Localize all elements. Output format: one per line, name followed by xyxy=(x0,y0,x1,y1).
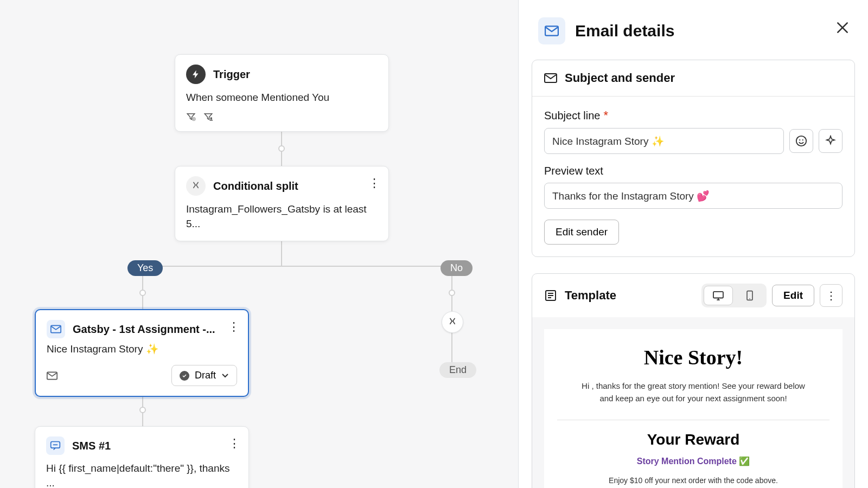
svg-point-1 xyxy=(210,117,212,119)
subject-sender-section: Subject and sender Subject line* Preview… xyxy=(532,60,855,257)
chevron-down-icon xyxy=(221,373,229,378)
sms-body: Hi {{ first_name|default:"there" }}, tha… xyxy=(46,461,238,488)
lightning-icon xyxy=(186,65,206,84)
mobile-view-button[interactable] xyxy=(735,286,764,305)
connector-dot xyxy=(278,145,285,152)
template-more-button[interactable]: ⋮ xyxy=(820,284,843,307)
conditional-split-node[interactable]: ⋮ Conditional split Instagram_Followers_… xyxy=(175,166,389,241)
svg-point-7 xyxy=(796,136,806,146)
template-icon xyxy=(544,289,557,302)
status-label: Draft xyxy=(195,370,216,381)
trigger-title: Trigger xyxy=(213,68,250,81)
email-details-panel: Email details Subject and sender Subject… xyxy=(518,0,868,488)
template-preview: Nice Story! Hi , thanks for the great st… xyxy=(532,317,854,488)
split-icon xyxy=(186,176,206,196)
preview-offer-text: Enjoy $10 off your next order with the c… xyxy=(557,476,829,485)
preview-text-label: Preview text xyxy=(544,165,843,177)
svg-point-9 xyxy=(802,139,803,140)
panel-title: Email details xyxy=(575,22,674,40)
more-icon[interactable]: ⋮ xyxy=(368,176,380,190)
sms-icon xyxy=(46,436,65,455)
mail-icon xyxy=(538,17,565,44)
sms-action-card[interactable]: ⋮ SMS #1 Hi {{ first_name|default:"there… xyxy=(35,426,249,488)
section-title: Subject and sender xyxy=(565,71,675,85)
split-title: Conditional split xyxy=(213,180,298,192)
smile-icon xyxy=(795,135,807,147)
edit-sender-button[interactable]: Edit sender xyxy=(544,220,619,245)
status-dropdown[interactable]: Draft xyxy=(171,365,237,386)
mail-small-icon xyxy=(47,371,58,380)
branch-end-pill: End xyxy=(439,362,476,378)
preview-heading: Nice Story! xyxy=(557,345,829,369)
mobile-icon xyxy=(746,290,754,301)
close-button[interactable] xyxy=(835,21,850,35)
desktop-icon xyxy=(712,291,724,300)
view-toggle xyxy=(701,284,767,307)
flow-canvas[interactable]: Trigger When someone Mentioned You ⋮ Con… xyxy=(0,0,518,488)
trigger-description: When someone Mentioned You xyxy=(186,91,378,105)
template-title: Template xyxy=(565,288,616,303)
preview-subheading: Your Reward xyxy=(557,431,829,448)
email-card-subject: Nice Instagram Story ✨ xyxy=(47,343,237,355)
add-action-button[interactable] xyxy=(442,311,463,333)
ai-generate-button[interactable] xyxy=(819,129,843,153)
edit-template-button[interactable]: Edit xyxy=(772,285,814,306)
subject-line-label: Subject line* xyxy=(544,108,843,123)
preview-status-line: Story Mention Complete ✅ xyxy=(557,456,829,466)
connector xyxy=(142,266,452,267)
sms-title: SMS #1 xyxy=(72,440,111,452)
close-icon xyxy=(835,21,850,35)
mail-icon xyxy=(47,320,65,338)
email-card-title: Gatsby - 1st Assignment -... xyxy=(73,323,215,336)
more-icon[interactable]: ⋮ xyxy=(228,436,240,451)
swap-icon xyxy=(447,317,458,328)
more-icon: ⋮ xyxy=(826,289,837,302)
email-action-card[interactable]: ⋮ Gatsby - 1st Assignment -... Nice Inst… xyxy=(35,309,249,397)
branch-no-pill: No xyxy=(441,260,473,276)
desktop-view-button[interactable] xyxy=(704,286,733,305)
preview-text-input[interactable] xyxy=(544,183,843,209)
preview-divider xyxy=(557,420,829,420)
mail-outline-icon xyxy=(544,73,557,84)
panel-header: Email details xyxy=(519,0,868,60)
status-dot-icon xyxy=(180,371,189,381)
template-section: Template Edit ⋮ Nice Story! xyxy=(532,273,855,488)
svg-rect-11 xyxy=(713,292,723,298)
connector-dot xyxy=(449,290,455,296)
filter-user-icon xyxy=(203,112,213,121)
preview-intro: Hi , thanks for the great story mention!… xyxy=(579,380,807,404)
connector-dot xyxy=(139,290,146,296)
branch-yes-pill: Yes xyxy=(127,260,163,276)
split-description: Instagram_Followers_Gatsby is at least 5… xyxy=(186,202,378,231)
svg-point-13 xyxy=(749,298,750,299)
connector-dot xyxy=(139,407,146,413)
sparkle-icon xyxy=(825,135,837,147)
trigger-node[interactable]: Trigger When someone Mentioned You xyxy=(175,54,389,132)
svg-point-8 xyxy=(799,139,800,140)
emoji-picker-button[interactable] xyxy=(789,129,813,153)
subject-line-input[interactable] xyxy=(544,128,784,154)
filter-add-icon xyxy=(186,112,196,121)
more-icon[interactable]: ⋮ xyxy=(228,320,239,334)
